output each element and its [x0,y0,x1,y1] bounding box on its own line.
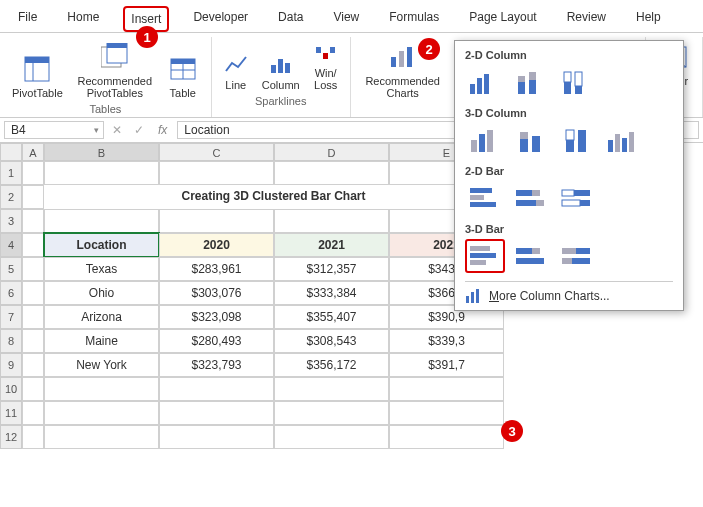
tab-review[interactable]: Review [561,6,612,32]
cell[interactable]: Ohio [44,281,159,305]
rowhdr[interactable]: 6 [0,281,22,305]
tab-home[interactable]: Home [61,6,105,32]
svg-rect-11 [278,59,283,73]
sparkline-column-button[interactable]: Column [258,51,304,93]
rowhdr[interactable]: 5 [0,257,22,281]
recommended-charts-label: RecommendedCharts [363,75,443,99]
clustered-bar-3d[interactable] [465,239,505,273]
rowhdr[interactable]: 3 [0,209,22,233]
stacked100-column-3d[interactable] [557,123,597,157]
rowhdr[interactable]: 9 [0,353,22,377]
rowhdr[interactable]: 12 [0,425,22,449]
fx-label[interactable]: fx [152,123,173,137]
tab-file[interactable]: File [12,6,43,32]
colhdr-A[interactable]: A [22,143,44,161]
name-box[interactable]: B4 ▾ [4,121,104,139]
cell[interactable]: Maine [44,329,159,353]
cancel-icon[interactable]: ✕ [108,123,126,137]
cell[interactable]: $308,543 [274,329,389,353]
stacked100-column-2d[interactable] [557,65,597,99]
cell[interactable]: $323,793 [159,353,274,377]
bar-chart-icon [465,288,483,304]
svg-rect-53 [532,136,540,152]
rowhdr[interactable]: 10 [0,377,22,401]
column-3d[interactable] [603,123,643,157]
cell[interactable]: $280,493 [159,329,274,353]
callout-1: 1 [136,26,158,48]
header-2020[interactable]: 2020 [159,233,274,257]
colhdr-D[interactable]: D [274,143,389,161]
svg-rect-18 [407,47,412,67]
cell[interactable]: $283,961 [159,257,274,281]
sparkline-line-button[interactable]: Line [220,51,252,93]
rowhdr[interactable]: 1 [0,161,22,185]
pivottable-button[interactable]: PivotTable [8,51,67,101]
svg-rect-59 [622,138,627,152]
stacked-column-2d[interactable] [511,65,551,99]
cell[interactable]: $333,384 [274,281,389,305]
recpivot-button[interactable]: RecommendedPivotTables [73,39,157,101]
sparkline-winloss-button[interactable]: Win/Loss [310,39,342,93]
svg-rect-74 [470,260,486,265]
rowhdr[interactable]: 4 [0,233,22,257]
cell[interactable]: $391,7 [389,353,504,377]
tab-view[interactable]: View [327,6,365,32]
pivottable-icon [21,53,53,85]
rowhdr[interactable]: 8 [0,329,22,353]
group-tables: PivotTable RecommendedPivotTables Table … [0,37,212,117]
select-all-corner[interactable] [0,143,22,161]
rowhdr[interactable]: 7 [0,305,22,329]
stacked100-bar-3d[interactable] [557,239,597,273]
cell[interactable]: New York [44,353,159,377]
cell[interactable]: $312,357 [274,257,389,281]
clustered-column-3d[interactable] [465,123,505,157]
svg-rect-65 [532,190,540,196]
stacked-column-3d[interactable] [511,123,551,157]
more-column-charts[interactable]: More Column Charts... [465,281,673,304]
svg-rect-52 [520,132,528,139]
colhdr-B[interactable]: B [44,143,159,161]
cell[interactable]: $339,3 [389,329,504,353]
rowhdr[interactable]: 11 [0,401,22,425]
ribbon-tabs: File Home Insert Developer Data View For… [0,0,703,33]
cell[interactable]: $356,172 [274,353,389,377]
recpivot-icon [99,41,131,73]
enter-icon[interactable]: ✓ [130,123,148,137]
cell[interactable]: Texas [44,257,159,281]
dd-3d-column-title: 3-D Column [465,107,673,119]
name-box-value: B4 [11,123,26,137]
header-2021[interactable]: 2021 [274,233,389,257]
svg-rect-67 [536,200,544,206]
tab-formulas[interactable]: Formulas [383,6,445,32]
tab-data[interactable]: Data [272,6,309,32]
clustered-bar-2d[interactable] [465,181,505,215]
cell[interactable]: $303,076 [159,281,274,305]
rowhdr[interactable]: 2 [0,185,22,209]
svg-rect-61 [470,188,492,193]
cell[interactable]: $323,098 [159,305,274,329]
svg-rect-39 [484,74,489,94]
colhdr-C[interactable]: C [159,143,274,161]
tab-pagelayout[interactable]: Page Layout [463,6,542,32]
tab-developer[interactable]: Developer [187,6,254,32]
tab-help[interactable]: Help [630,6,667,32]
svg-rect-76 [532,248,540,254]
table-row: 9 New York $323,793 $356,172 $391,7 [0,353,703,377]
svg-rect-49 [479,134,485,152]
svg-rect-43 [529,72,536,80]
cell[interactable]: $355,407 [274,305,389,329]
svg-rect-84 [476,289,479,303]
table-row: 8 Maine $280,493 $308,543 $339,3 [0,329,703,353]
clustered-column-2d[interactable] [465,65,505,99]
table-button[interactable]: Table [163,51,203,101]
stacked-bar-2d[interactable] [511,181,551,215]
title-cell[interactable]: Creating 3D Clustered Bar Chart [44,185,504,209]
svg-rect-38 [477,78,482,94]
chevron-down-icon[interactable]: ▾ [94,125,99,135]
svg-rect-82 [466,296,469,303]
header-location[interactable]: Location [44,233,159,257]
stacked-bar-3d[interactable] [511,239,551,273]
svg-rect-56 [578,130,586,152]
stacked100-bar-2d[interactable] [557,181,597,215]
cell[interactable]: Arizona [44,305,159,329]
